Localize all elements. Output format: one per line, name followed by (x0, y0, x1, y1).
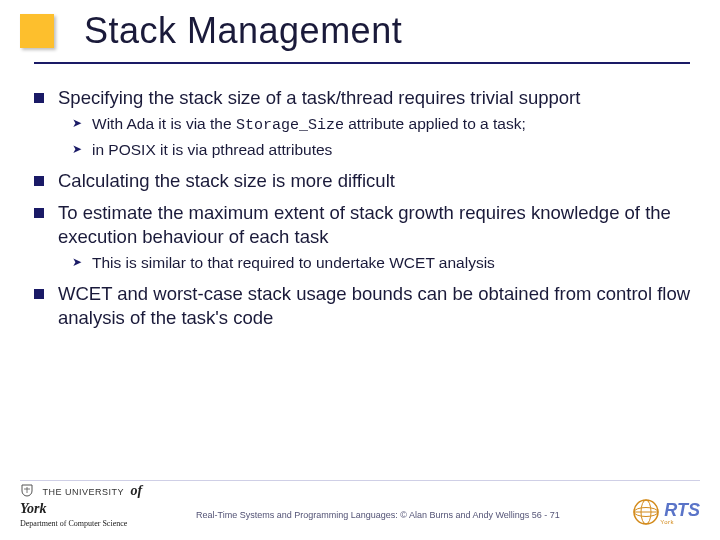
crest-icon (20, 483, 34, 499)
bullet-text: WCET and worst-case stack usage bounds c… (58, 282, 692, 330)
bullet-level1: WCET and worst-case stack usage bounds c… (28, 282, 692, 330)
globe-icon (632, 498, 660, 526)
bullet-text-pre: With Ada it is via the (92, 115, 236, 132)
york-logo: THE UNIVERSITY of York Department of Com… (20, 481, 170, 528)
slide-header: Stack Management (0, 0, 720, 86)
york-uni-text: THE UNIVERSITY (42, 487, 124, 497)
square-bullet-icon (34, 93, 44, 103)
bullet-level1: Calculating the stack size is more diffi… (28, 169, 692, 193)
bullet-level1: Specifying the stack size of a task/thre… (28, 86, 692, 110)
bullet-level2: ➤ This is similar to that required to un… (72, 253, 692, 274)
rts-logo: RTS York (632, 498, 700, 526)
slide-body: Specifying the stack size of a task/thre… (28, 78, 692, 334)
bullet-text-post: attribute applied to a task; (344, 115, 526, 132)
rts-text-block: RTS York (660, 500, 700, 525)
bullet-text: To estimate the maximum extent of stack … (58, 201, 692, 249)
arrow-bullet-icon: ➤ (72, 255, 82, 269)
accent-square-icon (20, 14, 54, 48)
slide-title: Stack Management (84, 10, 402, 52)
bullet-level2: ➤ With Ada it is via the Storage_Size at… (72, 114, 692, 136)
arrow-bullet-icon: ➤ (72, 142, 82, 156)
york-top-line: THE UNIVERSITY of York (20, 481, 170, 517)
slide: Stack Management Specifying the stack si… (0, 0, 720, 540)
square-bullet-icon (34, 176, 44, 186)
york-dept-text: Department of Computer Science (20, 519, 170, 528)
code-inline: Storage_Size (236, 117, 344, 134)
arrow-bullet-icon: ➤ (72, 116, 82, 130)
bullet-text: This is similar to that required to unde… (92, 253, 692, 274)
bullet-text: Calculating the stack size is more diffi… (58, 169, 692, 193)
rts-text: RTS (664, 500, 700, 521)
bullet-level2: ➤ in POSIX it is via pthread attributes (72, 140, 692, 161)
bullet-text: Specifying the stack size of a task/thre… (58, 86, 692, 110)
bullet-text: in POSIX it is via pthread attributes (92, 140, 692, 161)
bullet-text: With Ada it is via the Storage_Size attr… (92, 114, 692, 136)
title-underline (34, 62, 690, 64)
slide-footer: THE UNIVERSITY of York Department of Com… (0, 480, 720, 540)
square-bullet-icon (34, 289, 44, 299)
bullet-level1: To estimate the maximum extent of stack … (28, 201, 692, 249)
footer-copyright: Real-Time Systems and Programming Langua… (196, 510, 560, 520)
square-bullet-icon (34, 208, 44, 218)
